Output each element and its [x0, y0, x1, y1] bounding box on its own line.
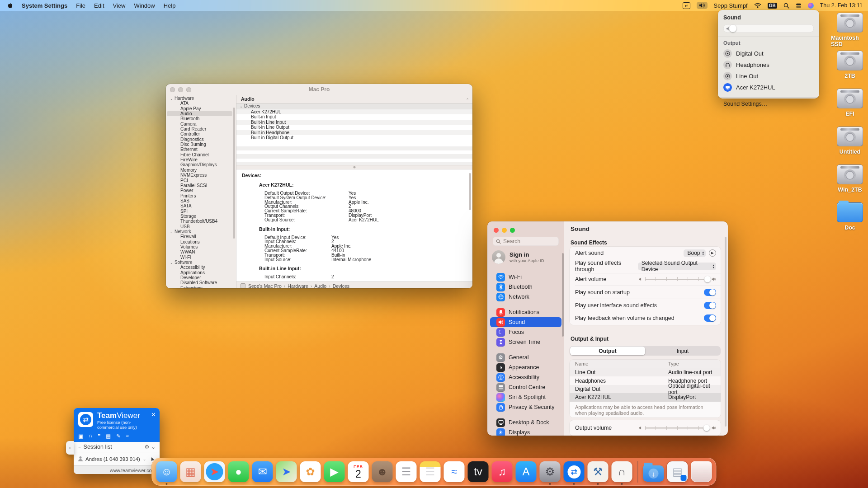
dock-app-freeform[interactable]: ≈ [443, 459, 465, 485]
tree-item[interactable]: Parallel SCSI [167, 183, 232, 188]
collapse-chevron-icon[interactable]: › [465, 99, 470, 100]
dock-app-app-store[interactable]: A [515, 459, 537, 485]
zoom-button[interactable] [510, 228, 515, 233]
sidebar-item-appearance[interactable]: ◑ Appearance [490, 362, 561, 372]
file-transfer-icon[interactable]: ▤ [106, 433, 111, 439]
play-through-select[interactable]: Selected Sound Output Device [638, 263, 716, 270]
sound-settings-link[interactable]: Sound Settings… [723, 101, 814, 107]
tree-item[interactable]: Apple Pay [167, 106, 232, 111]
tree-item[interactable]: USB [167, 224, 232, 229]
session-settings-gear-icon[interactable]: ⚙ ⌄ [145, 444, 156, 450]
pane-splitter[interactable] [236, 165, 472, 169]
apple-menu-icon[interactable] [7, 2, 13, 9]
video-call-icon[interactable]: ▣ [78, 433, 83, 439]
active-app-name[interactable]: System Settings [22, 2, 67, 9]
ui-sound-effects-toggle[interactable] [704, 302, 716, 309]
dock-app-safari[interactable]: ➤ [204, 459, 226, 485]
tree-item[interactable]: PCI [167, 178, 232, 183]
breadcrumb-item[interactable]: Hardware [282, 283, 308, 289]
window-title-bar[interactable]: Mac Pro [166, 84, 472, 95]
dock-app-photos[interactable]: ✿ [300, 459, 321, 485]
output-device-headphones[interactable]: Headphones [723, 59, 814, 70]
device-row[interactable]: Built-in Line Input [236, 120, 472, 125]
device-row[interactable]: Built-in Input [236, 114, 472, 119]
sidebar-item-displays[interactable]: ☀ Displays [490, 427, 561, 436]
tree-item[interactable]: Software [167, 260, 232, 265]
dock-app-utility[interactable]: ⚒ [587, 459, 609, 485]
tree-item[interactable]: Extensions [167, 286, 232, 288]
headset-icon[interactable]: ∩ [89, 433, 92, 439]
sidebar-item-siri-spotlight[interactable]: Siri & Spotlight [490, 392, 561, 402]
dock-app-reminders[interactable]: ☰ [396, 459, 417, 485]
device-row[interactable]: Acer K272HUL [236, 109, 472, 114]
pane-scrollbar[interactable] [725, 237, 726, 427]
dock-app-messages[interactable]: ● [228, 459, 250, 485]
sidebar-item-sound[interactable]: Sound [490, 317, 561, 327]
tree-item[interactable]: Volumes [167, 244, 232, 249]
dock-app-contacts[interactable]: ☻ [372, 459, 393, 485]
tree-item[interactable]: Applications [167, 270, 232, 275]
tree-item[interactable]: Audio [167, 111, 232, 116]
chat-icon[interactable]: ❞ [98, 433, 100, 439]
tree-item[interactable]: Bluetooth [167, 116, 232, 121]
tree-item[interactable]: Firewall [167, 234, 232, 239]
tree-item[interactable]: Locations [167, 239, 232, 244]
menu-bar-clock[interactable]: Thu 2. Feb 13:11 [820, 2, 863, 9]
minimize-button[interactable] [502, 228, 507, 233]
tree-item[interactable]: Accessibility [167, 265, 232, 270]
desktop-icon[interactable]: EFI [831, 87, 868, 125]
sidebar-item-screen-time[interactable]: Screen Time [490, 337, 561, 347]
sidebar-item-network[interactable]: Network [490, 292, 561, 302]
desktop-icon[interactable]: Untitled [831, 125, 868, 163]
close-icon[interactable]: ✕ [151, 411, 156, 418]
sidebar-scrollbar[interactable] [562, 253, 564, 337]
session-entry-row[interactable]: Andres (1 048 393 014) ⌄ [74, 452, 160, 465]
device-row[interactable]: Built-in Line Output [236, 125, 472, 130]
device-row[interactable]: Built-in Digital Output [236, 135, 472, 140]
siri-icon[interactable] [808, 3, 814, 9]
annotate-icon[interactable]: ✎ [116, 433, 121, 439]
tree-item[interactable]: Ethernet [167, 147, 232, 152]
menu-item[interactable]: View [113, 2, 126, 9]
tree-item[interactable]: Network [167, 229, 232, 234]
dock-app-mail[interactable]: ✉ [252, 459, 274, 485]
tree-item[interactable]: WWAN [167, 249, 232, 254]
sidebar-item-wifi[interactable]: Wi-Fi [490, 272, 561, 282]
tree-item[interactable]: Developer [167, 275, 232, 280]
spotlight-icon[interactable] [783, 3, 789, 9]
device-row[interactable]: Built-in Headphone [236, 130, 472, 135]
output-volume-slider[interactable] [645, 426, 709, 430]
tree-item[interactable]: Controller [167, 131, 232, 136]
desktop-icon[interactable]: Win_2TB [831, 163, 868, 201]
wifi-status-icon[interactable] [754, 3, 761, 8]
startup-sound-toggle[interactable] [704, 289, 716, 296]
tree-item[interactable]: Hardware [167, 96, 232, 101]
output-device-acer-selected[interactable]: Acer K272HUL [723, 82, 814, 93]
dock-app-teamviewer[interactable]: ⇄ [563, 459, 585, 485]
tree-item[interactable]: Printers [167, 193, 232, 198]
tree-item[interactable]: Camera [167, 122, 232, 127]
output-device-digital-out[interactable]: Digital Out [723, 48, 814, 59]
tree-item[interactable]: SPI [167, 209, 232, 214]
status-user-name[interactable]: Sepp Stumpf [714, 2, 748, 9]
sidebar-item-privacy-security[interactable]: Privacy & Security [490, 402, 561, 412]
dock-app-icon[interactable] [635, 459, 641, 485]
tree-item[interactable]: SATA [167, 203, 232, 208]
sidebar-item-desktop-dock[interactable]: Desktop & Dock [490, 418, 561, 427]
teamviewer-status-icon[interactable]: ⇄ [683, 2, 690, 9]
tree-item[interactable]: Graphics/Displays [167, 162, 232, 167]
session-list-row[interactable]: ⌄ Session list ⚙ ⌄ [74, 442, 160, 452]
sidebar-scrollbar[interactable] [233, 108, 235, 239]
dock-app-notes[interactable]: ☰ [420, 459, 441, 485]
tree-item[interactable]: Memory [167, 168, 232, 173]
output-device-row[interactable]: Line Out Audio line-out port [570, 368, 721, 376]
alert-sound-select[interactable]: Boop [684, 249, 706, 257]
audio-section-header[interactable]: Audio › [236, 95, 472, 103]
tree-item[interactable]: Wi-Fi [167, 255, 232, 260]
sidebar-item-focus[interactable]: ☾ Focus [490, 327, 561, 337]
tree-item[interactable]: SAS [167, 198, 232, 203]
dock-app-finder[interactable]: ☺ [156, 459, 178, 485]
sidebar-item-bluetooth[interactable]: Bluetooth [490, 282, 561, 292]
output-device-row[interactable]: Digital Out Optical digital-out port [570, 385, 721, 393]
breadcrumb-item[interactable]: Sepp's Mac Pro [248, 283, 282, 289]
